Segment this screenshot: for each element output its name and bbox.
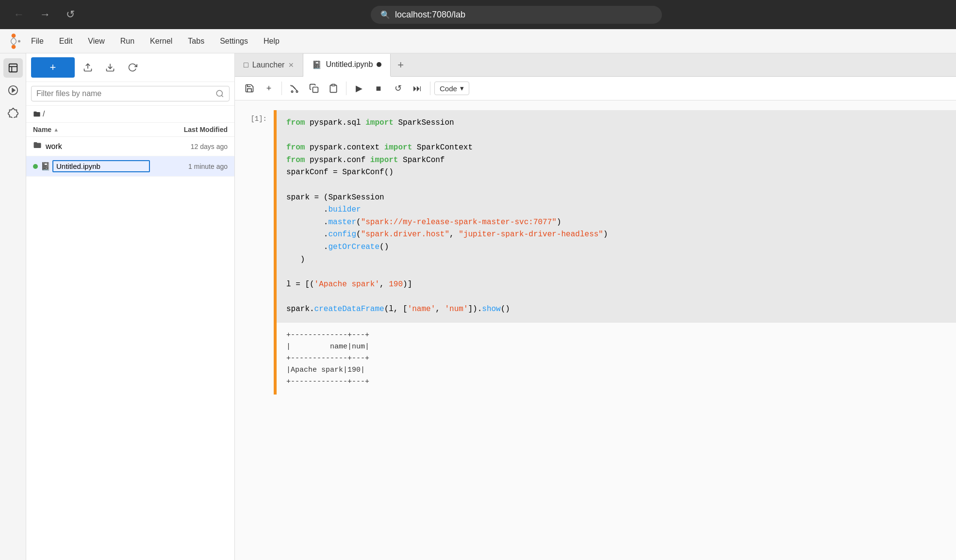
filter-search-icon [215,89,224,98]
breadcrumb: / [26,106,234,123]
notebook-area: □ Launcher ✕ 📓 Untitled.ipynb + [235,53,956,560]
main-content: + [0,53,956,560]
svg-point-9 [291,91,293,92]
sidebar-extensions-icon[interactable] [3,103,23,122]
svg-point-0 [12,33,16,38]
restart-run-button[interactable]: ⏭ [409,80,426,97]
svg-rect-13 [313,87,318,93]
browser-chrome: ← → ↺ 🔍 localhost:7080/lab [0,0,956,29]
address-bar[interactable]: 🔍 localhost:7080/lab [371,6,662,24]
file-browser-toolbar: + [26,53,234,82]
reload-button[interactable]: ↺ [62,6,79,23]
cell-type-select[interactable]: Code ▾ [434,82,469,95]
upload-button[interactable] [79,58,97,77]
svg-point-7 [216,90,222,96]
file-list-header: Name ▲ Last Modified [26,123,234,137]
file-row-work[interactable]: work 12 days ago [26,137,234,156]
menu-help[interactable]: Help [257,34,286,49]
svg-line-12 [292,85,296,89]
file-browser: + [26,53,235,560]
file-name-work: work [46,142,150,151]
svg-point-2 [18,40,20,42]
launcher-tab-label: Launcher [252,61,285,69]
file-list: work 12 days ago 📓 Untitled.ipynb 1 minu… [26,137,234,560]
code-cell-1: [1]: from pyspark.sql import SparkSessio… [235,110,956,395]
separator-1 [281,82,282,95]
tab-launcher[interactable]: □ Launcher ✕ [235,53,303,76]
separator-2 [346,82,346,95]
cut-cell-button[interactable] [286,80,303,97]
notebook-toolbar: + [235,77,956,100]
paste-cell-button[interactable] [325,80,342,97]
refresh-button[interactable] [123,58,142,77]
file-name-notebook: Untitled.ipynb [52,160,150,172]
launcher-tab-close[interactable]: ✕ [288,61,294,69]
col-name-header: Name ▲ [33,126,150,133]
output-area: +-------------+---+ | name|num| +-------… [277,323,956,395]
sidebar-icons [0,53,26,560]
notebook-tab-label: Untitled.ipynb [326,60,373,69]
jupyter-logo-icon [5,33,22,50]
tab-add-button[interactable]: + [391,53,411,76]
save-button[interactable] [241,80,258,97]
run-cell-button[interactable]: ▶ [350,80,368,97]
menu-run[interactable]: Run [114,34,141,49]
back-button[interactable]: ← [10,6,28,23]
restart-kernel-button[interactable]: ↺ [389,80,407,97]
menu-file[interactable]: File [24,34,50,49]
filter-input-wrap [31,86,230,101]
menu-bar: File Edit View Run Kernel Tabs Settings … [0,29,956,53]
launcher-tab-icon: □ [244,61,248,69]
folder-icon [33,110,41,118]
app: File Edit View Run Kernel Tabs Settings … [0,29,956,560]
search-icon: 🔍 [380,10,390,19]
svg-line-8 [221,95,223,97]
folder-icon-work [33,141,42,152]
sidebar-running-icon[interactable] [3,81,23,100]
filter-row [26,82,234,106]
svg-rect-14 [332,84,335,86]
menu-edit[interactable]: Edit [52,34,80,49]
url-text: localhost:7080/lab [395,10,465,20]
cell-execution-count: [1]: [235,110,274,395]
sidebar-files-icon[interactable] [3,58,23,78]
download-button[interactable] [101,58,119,77]
separator-3 [430,82,430,95]
cell-type-arrow: ▾ [460,84,464,93]
cell-content[interactable]: from pyspark.sql import SparkSession fro… [277,110,956,395]
notebook-tab-icon: 📓 [312,60,322,69]
file-modified-notebook: 1 minute ago [150,163,228,170]
notebook-icon: 📓 [41,162,50,171]
svg-rect-3 [9,64,17,72]
tab-bar: □ Launcher ✕ 📓 Untitled.ipynb + [235,53,956,77]
cell-type-label: Code [440,84,457,93]
dirty-indicator [377,62,381,67]
notebook-cells: [1]: from pyspark.sql import SparkSessio… [235,100,956,560]
copy-cell-button[interactable] [305,80,323,97]
menu-view[interactable]: View [81,34,111,49]
folder-svg [33,141,42,149]
breadcrumb-path: / [43,110,45,118]
menu-tabs[interactable]: Tabs [181,34,211,49]
filter-input[interactable] [36,89,212,98]
file-modified-work: 12 days ago [150,143,228,150]
menu-settings[interactable]: Settings [213,34,255,49]
add-cell-button[interactable]: + [260,80,278,97]
forward-button[interactable]: → [36,6,54,23]
col-modified-header: Last Modified [150,126,228,133]
file-row-notebook[interactable]: 📓 Untitled.ipynb 1 minute ago [26,156,234,177]
running-dot [33,164,38,169]
new-button[interactable]: + [31,57,75,78]
code-area[interactable]: from pyspark.sql import SparkSession fro… [277,110,956,323]
tab-notebook[interactable]: 📓 Untitled.ipynb [303,54,391,77]
svg-point-10 [296,91,297,92]
new-button-icon: + [50,61,56,74]
menu-kernel[interactable]: Kernel [143,34,179,49]
svg-point-1 [12,45,16,49]
stop-kernel-button[interactable]: ■ [370,80,387,97]
